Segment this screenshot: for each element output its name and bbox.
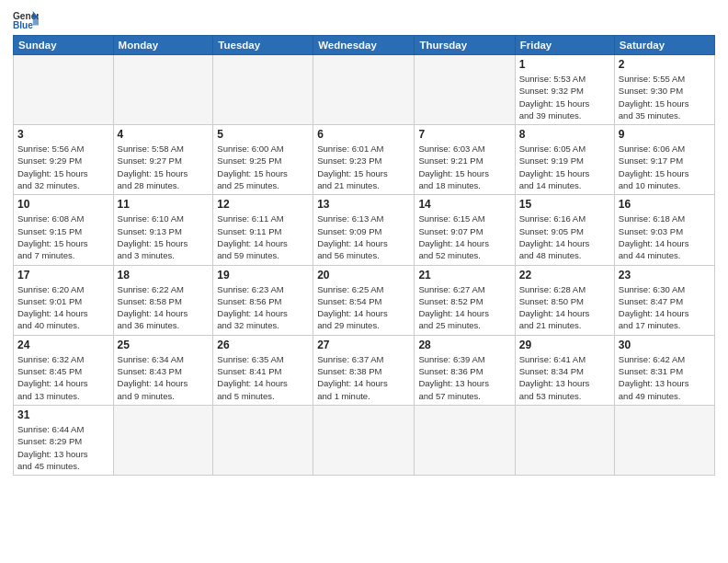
day-number: 19 <box>217 269 309 282</box>
calendar-cell <box>213 405 313 475</box>
weekday-header-saturday: Saturday <box>614 36 714 55</box>
calendar-cell <box>515 405 614 475</box>
day-info: Sunrise: 6:28 AM Sunset: 8:50 PM Dayligh… <box>519 283 610 332</box>
day-number: 13 <box>317 198 410 211</box>
calendar-cell: 2Sunrise: 5:55 AM Sunset: 9:30 PM Daylig… <box>614 55 714 125</box>
day-info: Sunrise: 5:58 AM Sunset: 9:27 PM Dayligh… <box>118 143 210 191</box>
day-number: 26 <box>217 339 309 351</box>
calendar-cell: 11Sunrise: 6:10 AM Sunset: 9:13 PM Dayli… <box>113 195 213 265</box>
day-number: 14 <box>418 198 510 211</box>
day-info: Sunrise: 6:11 AM Sunset: 9:11 PM Dayligh… <box>217 213 309 261</box>
day-number: 29 <box>519 339 610 351</box>
calendar-cell: 29Sunrise: 6:41 AM Sunset: 8:34 PM Dayli… <box>515 335 614 405</box>
calendar-week-row: 10Sunrise: 6:08 AM Sunset: 9:15 PM Dayli… <box>14 195 715 265</box>
day-info: Sunrise: 6:03 AM Sunset: 9:21 PM Dayligh… <box>418 143 510 191</box>
day-number: 10 <box>17 198 109 211</box>
calendar-cell: 7Sunrise: 6:03 AM Sunset: 9:21 PM Daylig… <box>415 125 515 195</box>
day-info: Sunrise: 6:39 AM Sunset: 8:36 PM Dayligh… <box>418 353 510 402</box>
day-info: Sunrise: 6:05 AM Sunset: 9:19 PM Dayligh… <box>519 143 610 191</box>
calendar-cell: 5Sunrise: 6:00 AM Sunset: 9:25 PM Daylig… <box>213 125 313 195</box>
day-number: 3 <box>17 128 109 141</box>
day-number: 6 <box>317 128 410 141</box>
calendar-week-row: 24Sunrise: 6:32 AM Sunset: 8:45 PM Dayli… <box>14 335 715 405</box>
logo: General Blue <box>13 9 39 31</box>
day-number: 22 <box>519 269 610 282</box>
day-info: Sunrise: 6:06 AM Sunset: 9:17 PM Dayligh… <box>619 143 711 191</box>
day-number: 21 <box>418 269 510 282</box>
day-number: 30 <box>619 339 711 351</box>
day-number: 25 <box>118 339 210 351</box>
calendar-cell <box>614 405 714 475</box>
day-number: 31 <box>17 408 109 421</box>
calendar-cell: 24Sunrise: 6:32 AM Sunset: 8:45 PM Dayli… <box>14 335 114 405</box>
calendar-week-row: 1Sunrise: 5:53 AM Sunset: 9:32 PM Daylig… <box>14 55 715 125</box>
day-info: Sunrise: 6:41 AM Sunset: 8:34 PM Dayligh… <box>519 353 610 402</box>
calendar-cell <box>415 405 515 475</box>
day-number: 20 <box>317 269 410 282</box>
day-info: Sunrise: 6:20 AM Sunset: 9:01 PM Dayligh… <box>17 283 109 332</box>
day-number: 5 <box>217 128 309 141</box>
calendar-cell: 6Sunrise: 6:01 AM Sunset: 9:23 PM Daylig… <box>313 125 415 195</box>
calendar-cell: 12Sunrise: 6:11 AM Sunset: 9:11 PM Dayli… <box>213 195 313 265</box>
page-header: General Blue <box>13 9 715 31</box>
calendar-cell: 27Sunrise: 6:37 AM Sunset: 8:38 PM Dayli… <box>313 335 415 405</box>
day-info: Sunrise: 6:42 AM Sunset: 8:31 PM Dayligh… <box>619 353 711 402</box>
day-info: Sunrise: 6:01 AM Sunset: 9:23 PM Dayligh… <box>317 143 410 191</box>
calendar-week-row: 17Sunrise: 6:20 AM Sunset: 9:01 PM Dayli… <box>14 265 715 335</box>
day-info: Sunrise: 6:10 AM Sunset: 9:13 PM Dayligh… <box>118 213 210 261</box>
calendar-cell: 19Sunrise: 6:23 AM Sunset: 8:56 PM Dayli… <box>213 265 313 335</box>
day-number: 24 <box>17 339 109 351</box>
day-number: 18 <box>118 269 210 282</box>
calendar-cell: 23Sunrise: 6:30 AM Sunset: 8:47 PM Dayli… <box>614 265 714 335</box>
calendar-cell: 4Sunrise: 5:58 AM Sunset: 9:27 PM Daylig… <box>113 125 213 195</box>
generalblue-logo-icon: General Blue <box>13 9 39 31</box>
day-info: Sunrise: 6:16 AM Sunset: 9:05 PM Dayligh… <box>519 213 610 261</box>
calendar-cell <box>113 405 213 475</box>
day-info: Sunrise: 6:08 AM Sunset: 9:15 PM Dayligh… <box>17 213 109 261</box>
day-number: 7 <box>418 128 510 141</box>
calendar-cell: 3Sunrise: 5:56 AM Sunset: 9:29 PM Daylig… <box>14 125 114 195</box>
calendar-cell <box>415 55 515 125</box>
calendar-cell: 14Sunrise: 6:15 AM Sunset: 9:07 PM Dayli… <box>415 195 515 265</box>
day-info: Sunrise: 6:32 AM Sunset: 8:45 PM Dayligh… <box>17 353 109 402</box>
day-number: 23 <box>619 269 711 282</box>
weekday-header-wednesday: Wednesday <box>313 36 415 55</box>
day-number: 16 <box>619 198 711 211</box>
svg-text:Blue: Blue <box>13 20 33 30</box>
day-number: 28 <box>418 339 510 351</box>
weekday-header-row: SundayMondayTuesdayWednesdayThursdayFrid… <box>14 36 715 55</box>
day-number: 27 <box>317 339 410 351</box>
day-info: Sunrise: 6:15 AM Sunset: 9:07 PM Dayligh… <box>418 213 510 261</box>
svg-marker-3 <box>33 18 39 26</box>
calendar-cell: 9Sunrise: 6:06 AM Sunset: 9:17 PM Daylig… <box>614 125 714 195</box>
day-info: Sunrise: 6:23 AM Sunset: 8:56 PM Dayligh… <box>217 283 309 332</box>
calendar-cell: 21Sunrise: 6:27 AM Sunset: 8:52 PM Dayli… <box>415 265 515 335</box>
day-number: 17 <box>17 269 109 282</box>
calendar-week-row: 31Sunrise: 6:44 AM Sunset: 8:29 PM Dayli… <box>14 405 715 475</box>
calendar-cell: 30Sunrise: 6:42 AM Sunset: 8:31 PM Dayli… <box>614 335 714 405</box>
calendar-cell: 13Sunrise: 6:13 AM Sunset: 9:09 PM Dayli… <box>313 195 415 265</box>
day-number: 8 <box>519 128 610 141</box>
day-number: 15 <box>519 198 610 211</box>
weekday-header-monday: Monday <box>113 36 213 55</box>
day-number: 9 <box>619 128 711 141</box>
weekday-header-friday: Friday <box>515 36 614 55</box>
calendar-cell: 10Sunrise: 6:08 AM Sunset: 9:15 PM Dayli… <box>14 195 114 265</box>
weekday-header-tuesday: Tuesday <box>213 36 313 55</box>
calendar-cell <box>213 55 313 125</box>
day-info: Sunrise: 5:55 AM Sunset: 9:30 PM Dayligh… <box>619 73 711 121</box>
calendar-cell: 18Sunrise: 6:22 AM Sunset: 8:58 PM Dayli… <box>113 265 213 335</box>
day-info: Sunrise: 6:25 AM Sunset: 8:54 PM Dayligh… <box>317 283 410 332</box>
calendar-week-row: 3Sunrise: 5:56 AM Sunset: 9:29 PM Daylig… <box>14 125 715 195</box>
day-info: Sunrise: 6:37 AM Sunset: 8:38 PM Dayligh… <box>317 353 410 402</box>
weekday-header-sunday: Sunday <box>14 36 114 55</box>
day-info: Sunrise: 5:56 AM Sunset: 9:29 PM Dayligh… <box>17 143 109 191</box>
day-info: Sunrise: 6:18 AM Sunset: 9:03 PM Dayligh… <box>619 213 711 261</box>
day-number: 4 <box>118 128 210 141</box>
day-info: Sunrise: 6:35 AM Sunset: 8:41 PM Dayligh… <box>217 353 309 402</box>
calendar-cell: 25Sunrise: 6:34 AM Sunset: 8:43 PM Dayli… <box>113 335 213 405</box>
day-number: 1 <box>519 58 610 71</box>
calendar-cell: 16Sunrise: 6:18 AM Sunset: 9:03 PM Dayli… <box>614 195 714 265</box>
calendar-cell: 8Sunrise: 6:05 AM Sunset: 9:19 PM Daylig… <box>515 125 614 195</box>
calendar-cell: 17Sunrise: 6:20 AM Sunset: 9:01 PM Dayli… <box>14 265 114 335</box>
